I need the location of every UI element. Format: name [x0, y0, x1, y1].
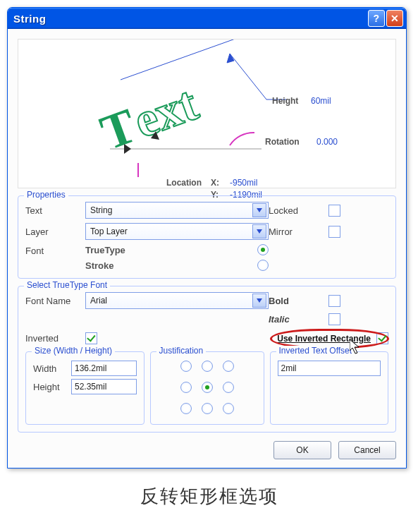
- justification-grid: [158, 358, 257, 417]
- preview-rotation-value: 0.000: [316, 137, 338, 147]
- close-button[interactable]: ✕: [386, 10, 403, 27]
- preview-illustration: ext T: [18, 40, 399, 177]
- justify-bottom-right[interactable]: [223, 403, 234, 414]
- title-bar[interactable]: String ? ✕: [8, 8, 406, 29]
- layer-combo-value: Top Layer: [90, 226, 128, 236]
- preview-x-value: -950mil: [230, 178, 257, 188]
- ok-button[interactable]: OK: [273, 441, 331, 459]
- size-width-input[interactable]: 136.2mil: [71, 361, 137, 376]
- string-dialog: String ? ✕ ext T: [7, 7, 407, 468]
- justify-middle-left[interactable]: [180, 382, 192, 393]
- justify-middle-center[interactable]: [202, 382, 213, 393]
- italic-checkbox[interactable]: [328, 313, 340, 325]
- preview-height-label: Height: [272, 96, 298, 106]
- dialog-client-area: ext T: [8, 29, 406, 468]
- size-legend: Size (Width / Height): [32, 346, 115, 356]
- font-name-label: Font Name: [25, 296, 85, 306]
- bold-label: Bold: [269, 296, 328, 306]
- dialog-button-bar: OK Cancel: [18, 441, 396, 459]
- use-inverted-rectangle-label: Use Inverted Rectangle: [277, 334, 371, 344]
- chevron-down-icon: [252, 203, 266, 217]
- inverted-checkbox[interactable]: [85, 332, 97, 344]
- text-label: Text: [25, 205, 85, 216]
- svg-marker-12: [257, 229, 262, 234]
- truetype-label: TrueType: [85, 245, 254, 255]
- locked-label: Locked: [269, 205, 328, 216]
- stroke-radio[interactable]: [257, 260, 269, 271]
- preview-panel: ext T: [18, 39, 396, 188]
- preview-location-label: Location: [166, 178, 202, 188]
- size-group: Size (Width / Height) Width 136.2mil Hei…: [25, 351, 145, 425]
- preview-x-label: X:: [211, 178, 219, 188]
- select-truetype-font-group: Select TrueType Font Font Name Arial Bol…: [18, 286, 396, 433]
- preview-rotation-label: Rotation: [265, 137, 300, 147]
- help-button[interactable]: ?: [368, 10, 385, 27]
- inverted-label: Inverted: [25, 333, 85, 344]
- size-height-input[interactable]: 52.35mil: [71, 379, 137, 394]
- offset-input[interactable]: 2mil: [278, 361, 381, 376]
- font-name-value: Arial: [90, 296, 107, 306]
- mirror-checkbox[interactable]: [328, 226, 340, 238]
- properties-group: Properties Text String Locked Layer Top …: [18, 195, 396, 279]
- preview-height-value: 60mil: [311, 96, 331, 106]
- window-title: String: [13, 13, 367, 25]
- layer-combo[interactable]: Top Layer: [85, 223, 269, 240]
- stroke-label: Stroke: [85, 260, 254, 271]
- cancel-button[interactable]: Cancel: [338, 441, 396, 459]
- svg-marker-13: [257, 298, 262, 303]
- figure-caption: 反转矩形框选项: [7, 484, 411, 509]
- justify-top-right[interactable]: [223, 361, 234, 372]
- truetype-radio[interactable]: [257, 244, 269, 255]
- layer-label: Layer: [25, 226, 85, 237]
- mirror-label: Mirror: [269, 226, 328, 237]
- svg-line-3: [230, 54, 266, 99]
- chevron-down-icon: [252, 294, 266, 308]
- justify-top-left[interactable]: [180, 361, 192, 372]
- bold-checkbox[interactable]: [328, 295, 340, 307]
- svg-marker-4: [227, 54, 234, 63]
- font-name-combo[interactable]: Arial: [85, 292, 269, 309]
- chevron-down-icon: [252, 224, 266, 238]
- justification-legend: Justification: [156, 346, 207, 356]
- justify-bottom-center[interactable]: [202, 403, 213, 414]
- stf-legend: Select TrueType Font: [24, 280, 110, 290]
- italic-label: Italic: [269, 314, 328, 325]
- locked-checkbox[interactable]: [328, 205, 340, 217]
- use-inverted-rectangle-checkbox[interactable]: [376, 332, 388, 344]
- properties-legend: Properties: [24, 190, 68, 200]
- text-combo[interactable]: String: [85, 202, 269, 219]
- justify-middle-right[interactable]: [223, 382, 234, 393]
- svg-line-2: [121, 40, 261, 80]
- size-height-label: Height: [33, 382, 67, 392]
- close-icon: ✕: [391, 13, 400, 24]
- font-label: Font: [25, 244, 85, 256]
- offset-legend: Inverted Text Offset: [276, 346, 355, 356]
- svg-marker-11: [257, 208, 262, 212]
- size-width-label: Width: [33, 363, 67, 374]
- justification-group: Justification: [150, 351, 264, 425]
- text-combo-value: String: [90, 205, 112, 215]
- justify-bottom-left[interactable]: [180, 403, 192, 414]
- justify-top-center[interactable]: [202, 361, 213, 372]
- inverted-text-offset-group: Inverted Text Offset 2mil: [270, 351, 389, 425]
